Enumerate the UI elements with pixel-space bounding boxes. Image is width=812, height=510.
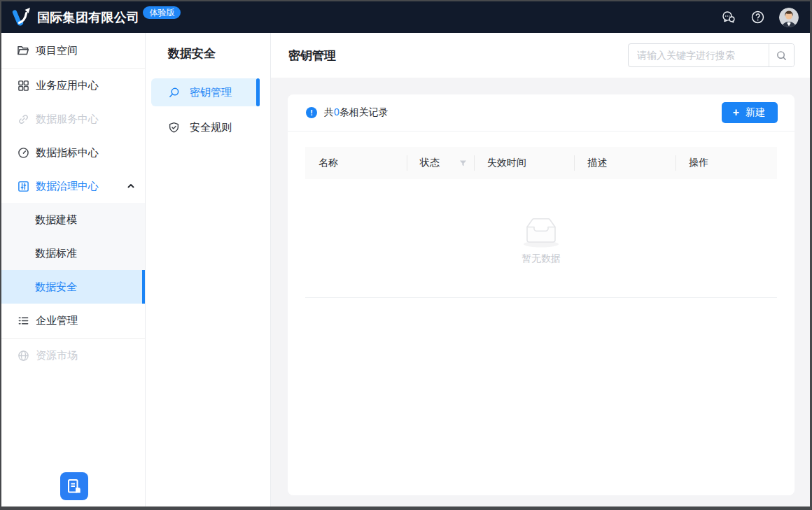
subsidebar-item-key-management[interactable]: 密钥管理 xyxy=(151,78,260,106)
subsidebar-item-security-rules[interactable]: 安全规则 xyxy=(146,111,270,144)
folder-icon xyxy=(17,44,29,57)
column-header-description[interactable]: 描述 xyxy=(574,147,676,179)
sidebar-subitem-data-modeling[interactable]: 数据建模 xyxy=(1,203,145,236)
main-header: 密钥管理 xyxy=(271,33,810,78)
search-box xyxy=(628,43,794,67)
empty-text: 暂无数据 xyxy=(522,253,561,265)
chat-icon[interactable] xyxy=(720,9,736,25)
sidebar-item-data-governance-center[interactable]: 数据治理中心 xyxy=(1,169,145,203)
main: 密钥管理 ! 共0条相关记录 xyxy=(271,33,810,507)
help-icon[interactable] xyxy=(750,10,765,24)
subsidebar-title: 数据安全 xyxy=(168,47,270,61)
list-icon xyxy=(17,315,29,327)
column-header-expire-time[interactable]: 失效时间 xyxy=(474,147,575,179)
sidebar-subitem-data-standard[interactable]: 数据标准 xyxy=(1,236,145,270)
sidebar-subitem-data-security[interactable]: 数据安全 xyxy=(1,270,145,304)
plus-icon: + xyxy=(733,107,739,118)
trial-badge: 体验版 xyxy=(143,6,181,19)
topbar: 国际集团有限公司 体验版 xyxy=(1,1,810,33)
sidebar-item-label: 数据服务中心 xyxy=(36,113,99,126)
sidebar-item-label: 业务应用中心 xyxy=(36,79,99,92)
empty-box-icon xyxy=(519,212,564,248)
filter-icon[interactable] xyxy=(459,160,467,167)
sidebar-subitem-label: 数据安全 xyxy=(35,281,77,294)
app-title: 国际集团有限公司 xyxy=(37,9,139,26)
shield-check-icon xyxy=(168,122,180,134)
sidebar-item-resource-market[interactable]: 资源市场 xyxy=(1,339,145,372)
magnifier-icon xyxy=(168,87,180,99)
sidebar-item-data-service-center[interactable]: 数据服务中心 xyxy=(1,102,145,136)
content: ! 共0条相关记录 + 新建 名称 状态 xyxy=(271,78,810,507)
chevron-up-icon xyxy=(127,182,135,190)
subsidebar-item-label: 安全规则 xyxy=(190,121,232,134)
sidebar-subitem-label: 数据标准 xyxy=(35,247,77,260)
table-empty-state: 暂无数据 xyxy=(305,179,777,298)
subsidebar: 数据安全 密钥管理 安全规则 xyxy=(146,33,271,507)
card: ! 共0条相关记录 + 新建 名称 状态 xyxy=(288,94,794,495)
subsidebar-item-label: 密钥管理 xyxy=(190,86,232,99)
column-header-actions[interactable]: 操作 xyxy=(676,147,777,179)
shell: 项目空间 业务应用中心 xyxy=(1,33,810,507)
sidebar: 项目空间 业务应用中心 xyxy=(1,33,146,507)
records-info-row: ! 共0条相关记录 + 新建 xyxy=(288,94,794,132)
page: 国际集团有限公司 体验版 xyxy=(0,0,812,510)
user-avatar[interactable] xyxy=(779,8,799,27)
globe-icon xyxy=(17,349,29,362)
column-header-name[interactable]: 名称 xyxy=(305,147,407,179)
docs-fab-button[interactable] xyxy=(60,472,88,500)
search-button[interactable] xyxy=(769,44,794,66)
sidebar-item-label: 数据指标中心 xyxy=(36,146,99,160)
column-header-status[interactable]: 状态 xyxy=(407,147,474,179)
sidebar-subitem-label: 数据建模 xyxy=(35,213,77,227)
new-button[interactable]: + 新建 xyxy=(722,102,778,123)
sidebar-item-label: 项目空间 xyxy=(36,44,78,57)
company-logo-icon xyxy=(10,6,34,29)
gauge-icon xyxy=(17,146,29,159)
page-title: 密钥管理 xyxy=(288,48,336,64)
sidebar-item-project-space[interactable]: 项目空间 xyxy=(1,33,145,69)
records-count: 0 xyxy=(334,106,340,118)
sidebar-item-label: 数据治理中心 xyxy=(36,180,99,193)
sliders-icon xyxy=(17,180,29,192)
document-icon xyxy=(66,478,83,495)
table-header: 名称 状态 失效时间 描述 操作 xyxy=(305,147,777,179)
info-icon: ! xyxy=(306,107,317,118)
sidebar-item-label: 企业管理 xyxy=(36,314,78,327)
sidebar-item-business-app-center[interactable]: 业务应用中心 xyxy=(1,69,145,102)
sidebar-item-data-metric-center[interactable]: 数据指标中心 xyxy=(1,136,145,169)
link-icon xyxy=(17,113,29,125)
topbar-actions xyxy=(720,8,799,27)
records-table: 名称 状态 失效时间 描述 操作 xyxy=(305,147,777,298)
sidebar-item-enterprise-management[interactable]: 企业管理 xyxy=(1,304,145,339)
records-summary: 共0条相关记录 xyxy=(324,106,388,119)
grid-icon xyxy=(17,79,29,92)
sidebar-item-label: 资源市场 xyxy=(36,349,78,362)
sidebar-submenu: 数据建模 数据标准 数据安全 xyxy=(1,203,145,304)
search-input[interactable] xyxy=(629,44,769,66)
